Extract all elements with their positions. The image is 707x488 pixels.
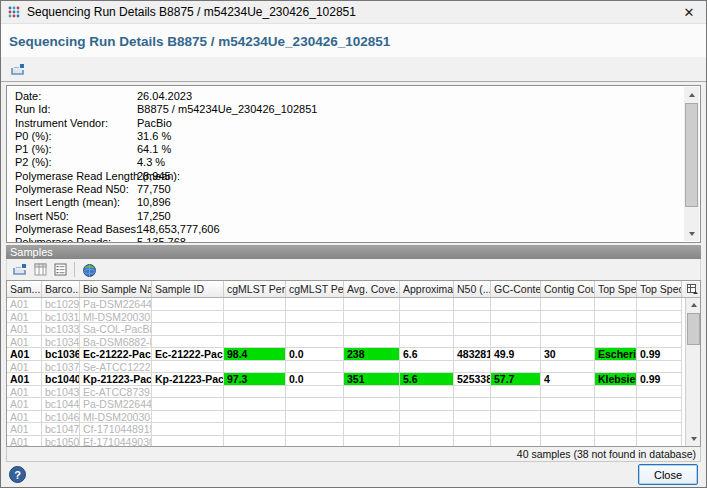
table-cell[interactable]	[454, 398, 491, 411]
column-header[interactable]: Bio Sample Name	[80, 281, 152, 297]
table-cell[interactable]	[286, 298, 344, 311]
table-cell[interactable]	[344, 298, 400, 311]
table-cell[interactable]	[152, 298, 224, 311]
table-cell[interactable]	[286, 436, 344, 447]
column-header[interactable]: Top Spec...	[595, 281, 637, 297]
table-cell[interactable]	[152, 423, 224, 436]
table-cell[interactable]	[454, 361, 491, 374]
scroll-down-icon[interactable]	[684, 226, 699, 241]
table-cell[interactable]	[400, 311, 454, 324]
table-cell[interactable]	[224, 411, 286, 424]
table-cell[interactable]	[344, 398, 400, 411]
table-cell[interactable]	[541, 311, 595, 324]
table-cell[interactable]	[224, 436, 286, 447]
table-row[interactable]: A01bc1029...Pa-DSM22644Mon...	[7, 298, 685, 311]
table-cell[interactable]	[344, 311, 400, 324]
table-cell[interactable]: bc1031...	[42, 311, 80, 324]
table-cell[interactable]: bc1046...	[42, 411, 80, 424]
table-cell[interactable]: bc1037...	[42, 361, 80, 374]
table-cell[interactable]	[637, 436, 682, 447]
table-cell[interactable]	[400, 386, 454, 399]
table-cell[interactable]	[152, 361, 224, 374]
table-cell[interactable]	[595, 436, 637, 447]
table-cell[interactable]: A01	[7, 398, 42, 411]
table-row[interactable]: A01bc1040...Kp-21223-PacBioKp-21223-PacB…	[7, 373, 685, 386]
table-cell[interactable]	[541, 336, 595, 349]
table-cell[interactable]	[344, 336, 400, 349]
scroll-up-icon[interactable]	[684, 87, 699, 102]
column-header[interactable]: cgMLST Perc ...	[286, 281, 344, 297]
table-cell[interactable]: Ba-DSM6882-PacBio	[80, 336, 152, 349]
table-cell[interactable]: A01	[7, 311, 42, 324]
table-cell[interactable]	[454, 411, 491, 424]
table-cell[interactable]: Se-ATCC12228-Pa...	[80, 361, 152, 374]
table-cell[interactable]	[224, 398, 286, 411]
table-cell[interactable]: 238	[344, 348, 400, 361]
table-cell[interactable]: A01	[7, 298, 42, 311]
table-cell[interactable]	[454, 423, 491, 436]
table-row[interactable]: A01bc1050...Ef-1710449030-Pa...	[7, 436, 685, 447]
table-cell[interactable]: bc1050...	[42, 436, 80, 447]
table-cell[interactable]: bc1034...	[42, 336, 80, 349]
table-cell[interactable]	[152, 411, 224, 424]
table-cell[interactable]	[595, 386, 637, 399]
table-cell[interactable]	[491, 336, 541, 349]
column-header[interactable]: Avg. Cove...	[344, 281, 400, 297]
table-cell[interactable]: bc1043...	[42, 386, 80, 399]
table-cell[interactable]: 0.0	[286, 373, 344, 386]
table-cell[interactable]: 0.99	[637, 373, 682, 386]
table-scrollbar[interactable]	[685, 298, 700, 446]
table-cell[interactable]	[595, 398, 637, 411]
table-cell[interactable]	[286, 386, 344, 399]
table-row[interactable]: A01bc1046...Ml-DSM20030-PacBio	[7, 411, 685, 424]
scrollbar-thumb[interactable]	[685, 103, 698, 207]
table-cell[interactable]: bc1044...	[42, 398, 80, 411]
close-button[interactable]: Close	[638, 464, 698, 485]
table-cell[interactable]: Klebsiella q...	[595, 373, 637, 386]
table-cell[interactable]	[454, 311, 491, 324]
table-row[interactable]: A01bc1043...Ec-ATCC8739-PacBio	[7, 386, 685, 399]
table-cell[interactable]: A01	[7, 423, 42, 436]
table-cell[interactable]	[595, 336, 637, 349]
table-cell[interactable]	[400, 436, 454, 447]
table-cell[interactable]	[286, 411, 344, 424]
table-cell[interactable]	[286, 336, 344, 349]
row-details-button[interactable]	[50, 261, 70, 279]
table-cell[interactable]	[400, 336, 454, 349]
export-table-button[interactable]	[10, 261, 30, 279]
table-cell[interactable]	[491, 311, 541, 324]
table-cell[interactable]	[637, 336, 682, 349]
table-cell[interactable]	[286, 323, 344, 336]
table-cell[interactable]	[595, 411, 637, 424]
table-cell[interactable]	[152, 398, 224, 411]
table-row[interactable]: A01bc1031...Ml-DSM20030Mona...	[7, 311, 685, 324]
table-cell[interactable]	[637, 411, 682, 424]
table-cell[interactable]: 98.4	[224, 348, 286, 361]
column-header[interactable]: Top Spec...	[637, 281, 682, 297]
column-header[interactable]: Barco...	[42, 281, 80, 297]
table-cell[interactable]: 97.3	[224, 373, 286, 386]
table-cell[interactable]: Pa-DSM22644Mon...	[80, 298, 152, 311]
details-scrollbar[interactable]	[684, 87, 699, 241]
column-header[interactable]: Sam...	[7, 281, 42, 297]
table-cell[interactable]: bc1033...	[42, 323, 80, 336]
table-cell[interactable]: 6.6	[400, 348, 454, 361]
table-cell[interactable]	[454, 298, 491, 311]
table-cell[interactable]	[541, 436, 595, 447]
table-cell[interactable]	[224, 361, 286, 374]
table-row[interactable]: A01bc1044...Pa-DSM22644-PacBio	[7, 398, 685, 411]
scrollbar-thumb[interactable]	[687, 313, 700, 345]
table-cell[interactable]	[400, 398, 454, 411]
column-header[interactable]: GC-Conte...	[491, 281, 541, 297]
table-cell[interactable]: 0.99	[637, 348, 682, 361]
column-header[interactable]: cgMLST Perc. ...	[224, 281, 286, 297]
table-cell[interactable]: A01	[7, 411, 42, 424]
table-cell[interactable]	[491, 361, 541, 374]
table-cell[interactable]	[491, 423, 541, 436]
column-header[interactable]: N50 (...	[454, 281, 491, 297]
table-cell[interactable]: bc1047...	[42, 423, 80, 436]
table-cell[interactable]	[595, 311, 637, 324]
table-cell[interactable]	[344, 361, 400, 374]
table-cell[interactable]	[286, 311, 344, 324]
table-row[interactable]: A01bc1037...Se-ATCC12228-Pa...	[7, 361, 685, 374]
